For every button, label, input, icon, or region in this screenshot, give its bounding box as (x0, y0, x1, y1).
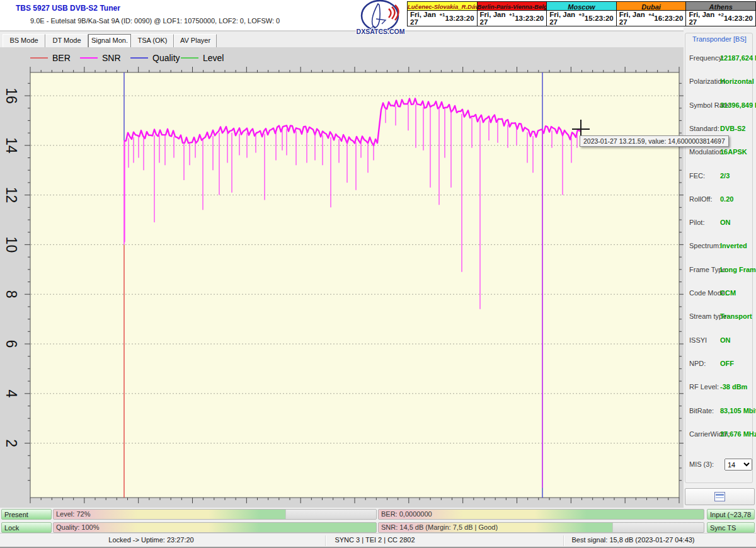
transponder-subtitle: 9.0E - Eutelsat 9B/Ka-Sat 9A (ID: 0090) … (30, 17, 280, 25)
transponder-field-symbol-rate-: Symbol Rate:31396,849 KS/s (685, 101, 752, 110)
quality-progressbar: Quality: 100% (53, 522, 377, 533)
transponder-groupbox: Transponder [BS] Frequency:12187,624 MHz… (685, 33, 753, 483)
statusbar-separator (325, 535, 326, 546)
legend-label: SNR (102, 53, 121, 63)
legend-line-swatch (181, 57, 198, 59)
field-label: BitRate: (689, 407, 714, 414)
tab-signal-mon-[interactable]: Signal Mon. (88, 34, 131, 48)
statusbar-item: Locked -> Uptime: 23:27:20 (108, 536, 193, 544)
progress-remainder (285, 510, 376, 519)
clock-date: Fri, Jan 27 (619, 11, 648, 26)
field-value: 37,676 MHz (720, 430, 756, 438)
field-value: 12187,624 MHz (720, 54, 756, 62)
field-value: 0.20 (720, 195, 733, 203)
clock-time: Fri, Jan 27+416:23:20 (617, 11, 686, 26)
clock-city-label: Moscow (547, 2, 616, 11)
transponder-field-frequency-: Frequency:12187,624 MHz (685, 54, 752, 63)
snr-progressbar: SNR: 14,5 dB (Margin: 7,5 dB | Good) (378, 522, 704, 533)
field-value: OFF (720, 360, 734, 367)
legend-item-snr: SNR (80, 53, 121, 63)
mis-select[interactable]: 14 (724, 459, 752, 471)
statusbar-item: Best signal: 15,8 dB (2023-01-27 04:43) (571, 536, 694, 544)
tab-tsa-ok-[interactable]: TSA (OK) (131, 34, 174, 48)
field-value: 31396,849 KS/s (720, 101, 756, 109)
clock-time: Fri, Jan 27+315:23:20 (547, 11, 616, 26)
transponder-field-bitrate-: BitRate:83,105 Mbit/s (685, 407, 752, 416)
mis-row: MIS (3): 14 (685, 460, 752, 473)
clock-hms: 14:23:20 (724, 14, 753, 22)
utc-offset: +1 (439, 12, 445, 18)
transponder-field-stream-type-: Stream type:Transport (685, 312, 752, 321)
logo-text: DXSATCS.COM (353, 28, 408, 35)
svg-text:8: 8 (3, 290, 20, 299)
field-value: ON (720, 219, 731, 226)
svg-text:6: 6 (3, 340, 20, 348)
transponder-field-polarization-: Polarization:Horizontal (685, 77, 752, 86)
statusbar-item: SYNC 3 | TEI 2 | CC 2802 (335, 536, 415, 544)
utc-offset: +2 (718, 12, 724, 18)
clock-hms: 13:23:20 (515, 14, 544, 22)
tab-dt-mode[interactable]: DT Mode (45, 34, 88, 48)
clock-city-label: Dubai (617, 2, 686, 11)
clock-time: Fri, Jan 27+113:23:20 (408, 11, 477, 26)
clock-hms: 13:23:20 (445, 14, 474, 22)
tab-bar: BS ModeDT ModeSignal Mon.TSA (OK)AV Play… (0, 31, 684, 48)
utc-offset: +3 (579, 12, 585, 18)
clock-time: Fri, Jan 27+214:23:20 (686, 11, 755, 26)
clock-date: Fri, Jan 27 (689, 11, 718, 26)
field-label: FEC: (689, 172, 705, 180)
field-value: 2/3 (720, 172, 730, 180)
field-label: RollOff: (689, 195, 712, 203)
lock-indicator: Lock (1, 522, 52, 533)
field-value: Inverted (720, 242, 747, 249)
svg-text:10: 10 (3, 237, 20, 253)
field-label: Standard: (689, 125, 719, 132)
progress-label: BER: 0,0000000 (381, 510, 432, 519)
field-label: ISSYI (689, 336, 707, 344)
field-value: CCM (720, 289, 736, 297)
svg-text:14: 14 (3, 137, 20, 154)
transponder-field-frame-type-: Frame Type:Long Frame (685, 266, 752, 275)
field-label: Pilot: (689, 219, 704, 226)
clock-city-label: Athens (686, 2, 755, 11)
field-label: RF Level: (689, 383, 719, 391)
legend-label: BER (52, 53, 71, 63)
ber-progressbar: BER: 0,0000000 (378, 509, 704, 520)
transponder-field-carrierwidth-: CarrierWidth:37,676 MHz (685, 430, 752, 439)
field-label: Frequency: (689, 54, 724, 62)
capture-button[interactable] (685, 488, 755, 505)
legend-item-level: Level (181, 53, 224, 63)
clock-lu-enec-slovakia-r-d-vid: Lučenec-Slovakia_R.DávidFri, Jan 27+113:… (408, 2, 478, 26)
field-label: NPD: (689, 360, 706, 367)
signal-monitor-chart: 161412108642 BERSNRQualityLevel 2023-01-… (0, 47, 684, 508)
input-bitrate-indicator: Input (~23,78 Mbps) (707, 509, 755, 520)
clock-berlin-paris-vienna-belgrade: Berlin-Paris-Vienna-BelgradeFri, Jan 27+… (478, 2, 547, 26)
tab-bs-mode[interactable]: BS Mode (3, 34, 45, 48)
tab-av-player[interactable]: AV Player (174, 34, 217, 48)
transponder-field-standard-: Standard:DVB-S2 (685, 125, 752, 134)
clock-time: Fri, Jan 27+113:23:20 (478, 11, 547, 26)
svg-text:12: 12 (3, 187, 20, 203)
level-progressbar: Level: 72% (53, 509, 377, 520)
progress-label: Level: 72% (56, 510, 90, 519)
legend-item-ber: BER (30, 53, 71, 63)
field-value: 16APSK (720, 148, 747, 156)
field-value: 83,105 Mbit/s (720, 407, 756, 414)
statusbar: Locked -> Uptime: 23:27:20SYNC 3 | TEI 2… (0, 533, 756, 548)
transponder-field-code-mode-: Code Mode:CCM (685, 289, 752, 298)
tuner-app: TBS 5927 USB DVB-S2 Tuner 9.0E - Eutelsa… (0, 0, 756, 548)
legend-line-swatch (30, 57, 48, 59)
value-tooltip: 2023-01-27 13.21.59, value: 14,600000381… (580, 135, 729, 147)
clock-city-label: Lučenec-Slovakia_R.Dávid (408, 2, 477, 11)
clock-city-label: Berlin-Paris-Vienna-Belgrade (478, 2, 547, 11)
field-value: Long Frame (720, 266, 756, 273)
clock-moscow: MoscowFri, Jan 27+315:23:20 (547, 2, 617, 26)
progress-label: SNR: 14,5 dB (Margin: 7,5 dB | Good) (381, 523, 498, 532)
snr-plot: 161412108642 (0, 47, 684, 508)
legend-line-swatch (80, 57, 98, 59)
crosshair-cursor[interactable] (580, 120, 581, 137)
mis-label: MIS (3): (689, 460, 714, 468)
clock-hms: 16:23:20 (654, 14, 683, 22)
progress-label: Quality: 100% (56, 523, 99, 532)
legend-label: Level (203, 53, 224, 63)
